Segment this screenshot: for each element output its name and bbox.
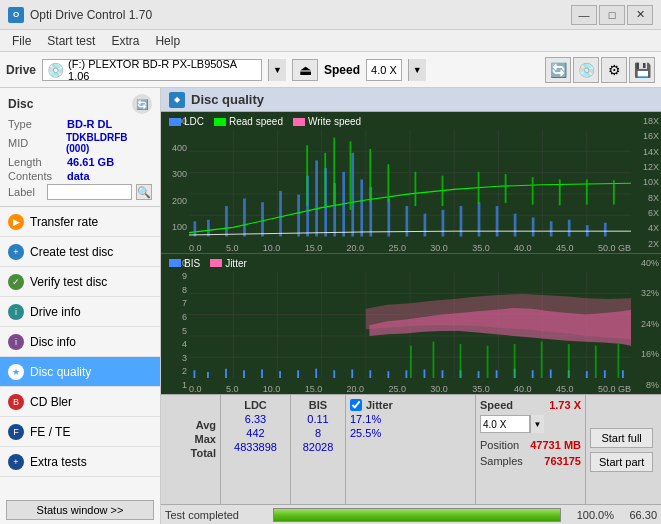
menu-start-test[interactable]: Start test	[39, 32, 103, 50]
drive-dropdown-arrow[interactable]: ▼	[268, 59, 286, 81]
menu-extra[interactable]: Extra	[103, 32, 147, 50]
speed-dropdown-arrow[interactable]: ▼	[408, 59, 426, 81]
drive-value: (F:) PLEXTOR BD-R PX-LB950SA 1.06	[68, 58, 257, 82]
svg-rect-49	[478, 172, 480, 204]
speed-combo-arrow-stats[interactable]: ▼	[530, 415, 544, 433]
jitter-checkbox[interactable]	[350, 399, 362, 411]
label-input[interactable]	[47, 184, 132, 200]
start-part-button[interactable]: Start part	[590, 452, 653, 472]
svg-rect-73	[243, 370, 245, 378]
svg-rect-40	[604, 223, 607, 237]
ldc-total: 4833898	[234, 441, 277, 453]
progress-text: 100.0%	[569, 509, 614, 521]
svg-rect-78	[333, 370, 335, 378]
svg-rect-96	[433, 341, 435, 378]
sidebar-item-verify-test-disc[interactable]: ✓ Verify test disc	[0, 267, 160, 297]
top-chart: LDC Read speed Write speed 500 400	[161, 112, 661, 254]
menu-file[interactable]: File	[4, 32, 39, 50]
disc-title: Disc	[8, 97, 33, 111]
svg-rect-70	[194, 370, 196, 378]
top-legend: LDC Read speed Write speed	[169, 116, 361, 127]
svg-rect-84	[442, 370, 444, 378]
length-label: Length	[8, 156, 63, 168]
status-text: Test completed	[165, 509, 265, 521]
verify-test-disc-icon: ✓	[8, 274, 24, 290]
disc-button[interactable]: 💿	[573, 57, 599, 83]
sidebar: Disc 🔄 Type BD-R DL MID TDKBLDRFB (000) …	[0, 88, 161, 524]
minimize-button[interactable]: —	[571, 5, 597, 25]
sidebar-menu: ▶ Transfer rate + Create test disc ✓ Ver…	[0, 207, 160, 477]
save-button[interactable]: 💾	[629, 57, 655, 83]
legend-bis: BIS	[169, 258, 200, 269]
jitter-max: 25.5%	[350, 427, 471, 439]
jitter-legend-label: Jitter	[225, 258, 247, 269]
svg-rect-99	[514, 344, 516, 378]
maximize-button[interactable]: □	[599, 5, 625, 25]
sidebar-item-disc-quality[interactable]: ★ Disc quality	[0, 357, 160, 387]
sidebar-item-cd-bler[interactable]: B CD Bler	[0, 387, 160, 417]
menu-bar: File Start test Extra Help	[0, 30, 661, 52]
svg-rect-101	[568, 344, 570, 378]
disc-info-label: Disc info	[30, 335, 76, 349]
sidebar-item-drive-info[interactable]: i Drive info	[0, 297, 160, 327]
refresh-button[interactable]: 🔄	[545, 57, 571, 83]
write-speed-legend-label: Write speed	[308, 116, 361, 127]
svg-rect-38	[568, 220, 571, 237]
title-bar: O Opti Drive Control 1.70 — □ ✕	[0, 0, 661, 30]
type-label: Type	[8, 118, 63, 130]
bis-max: 8	[315, 427, 321, 439]
settings-button[interactable]: ⚙	[601, 57, 627, 83]
start-full-button[interactable]: Start full	[590, 428, 653, 448]
svg-rect-75	[279, 371, 281, 378]
read-speed-legend-label: Read speed	[229, 116, 283, 127]
status-window-button[interactable]: Status window >>	[6, 500, 154, 520]
ldc-legend-label: LDC	[184, 116, 204, 127]
extra-tests-label: Extra tests	[30, 455, 87, 469]
svg-rect-44	[324, 153, 326, 208]
eject-button[interactable]: ⏏	[292, 59, 318, 81]
sidebar-item-transfer-rate[interactable]: ▶ Transfer rate	[0, 207, 160, 237]
verify-test-disc-label: Verify test disc	[30, 275, 107, 289]
mid-label: MID	[8, 137, 62, 149]
svg-rect-32	[460, 206, 463, 236]
speed-combo-stats[interactable]: 4.0 X	[480, 415, 530, 433]
label-search-button[interactable]: 🔍	[136, 184, 152, 200]
svg-rect-34	[496, 206, 499, 236]
bottom-legend: BIS Jitter	[169, 258, 247, 269]
sidebar-item-disc-info[interactable]: i Disc info	[0, 327, 160, 357]
svg-rect-92	[586, 371, 588, 378]
app-title: Opti Drive Control 1.70	[30, 8, 152, 22]
svg-rect-45	[333, 138, 335, 206]
total-label: Total	[165, 447, 216, 459]
bottom-y-axis-left: 10 9 8 7 6 5 4 3 2 1	[161, 254, 189, 395]
disc-quality-label: Disc quality	[30, 365, 91, 379]
svg-rect-95	[410, 345, 412, 378]
speed-stats-value: 1.73 X	[549, 399, 581, 411]
menu-help[interactable]: Help	[147, 32, 188, 50]
sidebar-item-extra-tests[interactable]: + Extra tests	[0, 447, 160, 477]
top-y-axis-left: 500 400 300 200 100	[161, 112, 189, 253]
progress-bar	[273, 508, 561, 522]
drive-info-icon: i	[8, 304, 24, 320]
drive-selector[interactable]: 💿 (F:) PLEXTOR BD-R PX-LB950SA 1.06	[42, 59, 262, 81]
progress-right-value: 66.30	[622, 509, 657, 521]
svg-rect-94	[622, 370, 624, 378]
bottom-chart-svg	[189, 272, 631, 379]
quality-icon: ◆	[169, 92, 185, 108]
jitter-header: Jitter	[350, 399, 471, 411]
close-button[interactable]: ✕	[627, 5, 653, 25]
bis-header: BIS	[309, 399, 327, 411]
svg-rect-54	[613, 180, 615, 204]
drive-bar: Drive 💿 (F:) PLEXTOR BD-R PX-LB950SA 1.0…	[0, 52, 661, 88]
disc-refresh-icon[interactable]: 🔄	[132, 94, 152, 114]
svg-rect-98	[487, 345, 489, 378]
bottom-chart: BIS Jitter 10 9 8 7 6 5 4	[161, 254, 661, 395]
sidebar-item-fe-te[interactable]: F FE / TE	[0, 417, 160, 447]
svg-rect-47	[415, 172, 417, 206]
drive-icon-buttons: 🔄 💿 ⚙ 💾	[545, 57, 655, 83]
sidebar-item-create-test-disc[interactable]: + Create test disc	[0, 237, 160, 267]
progress-bar-container: Test completed 100.0% 66.30	[161, 504, 661, 524]
legend-write-speed: Write speed	[293, 116, 361, 127]
speed-selector[interactable]: 4.0 X	[366, 59, 402, 81]
content-area: ◆ Disc quality LDC Read speed	[161, 88, 661, 524]
